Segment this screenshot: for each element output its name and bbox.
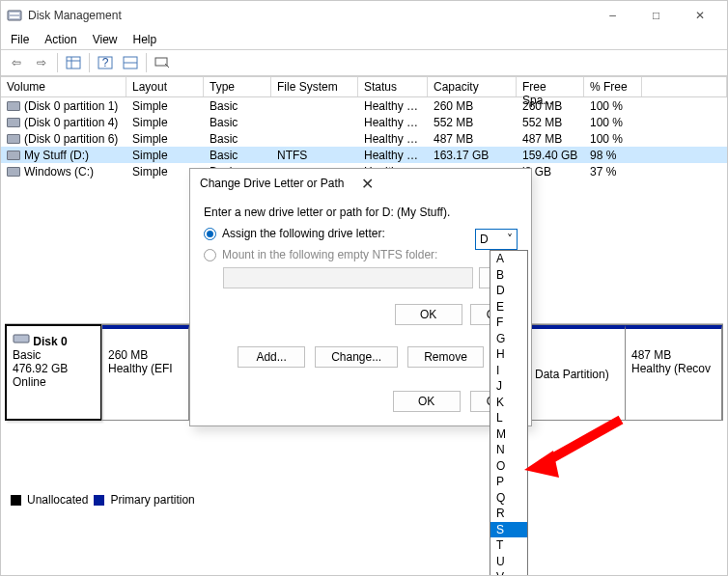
- letter-option[interactable]: H: [490, 346, 527, 363]
- drive-letter-dropdown[interactable]: ABDEFGHIJKLMNOPQRSTUVWXYZ: [490, 250, 528, 576]
- col-spare: [642, 77, 727, 96]
- dialog-title: Change Drive Letter or Path: [200, 177, 361, 190]
- volume-row[interactable]: My Stuff (D:)SimpleBasicNTFSHealthy (B..…: [1, 147, 727, 163]
- change-drive-letter-dialog: Change Drive Letter or Path ✕ Enter a ne…: [189, 168, 532, 426]
- col-layout[interactable]: Layout: [126, 77, 204, 96]
- menu-file[interactable]: File: [11, 33, 29, 46]
- settings-icon[interactable]: [151, 52, 174, 73]
- ok-button[interactable]: OK: [393, 391, 461, 412]
- menu-action[interactable]: Action: [44, 33, 76, 46]
- svg-rect-0: [8, 11, 21, 20]
- radio-off-icon: [204, 249, 216, 261]
- layout-icon[interactable]: [119, 52, 142, 73]
- letter-option[interactable]: M: [490, 426, 527, 443]
- drive-letter-select[interactable]: D ˅: [475, 229, 518, 250]
- partition[interactable]: 487 MB Healthy (Recov: [626, 325, 722, 420]
- partition[interactable]: 260 MB Healthy (EFI: [102, 325, 189, 420]
- disk-info[interactable]: Disk 0 Basic 476.92 GB Online: [5, 324, 101, 421]
- col-freespace[interactable]: Free Spa...: [517, 77, 584, 96]
- maximize-button[interactable]: □: [634, 1, 678, 30]
- separator: [146, 53, 147, 72]
- letter-option[interactable]: S: [490, 522, 527, 538]
- letter-option[interactable]: P: [490, 474, 527, 490]
- col-volume[interactable]: Volume: [1, 77, 126, 96]
- volume-row[interactable]: (Disk 0 partition 6)SimpleBasicHealthy (…: [1, 130, 727, 147]
- svg-rect-2: [10, 16, 19, 18]
- svg-rect-1: [10, 13, 19, 14]
- forward-icon[interactable]: ⇨: [30, 52, 53, 73]
- separator: [57, 53, 58, 72]
- view-icon[interactable]: [62, 52, 85, 73]
- radio-mount-folder[interactable]: Mount in the following empty NTFS folder…: [204, 248, 518, 261]
- help-icon[interactable]: ?: [94, 52, 117, 73]
- letter-option[interactable]: G: [490, 331, 527, 347]
- col-capacity[interactable]: Capacity: [428, 77, 517, 96]
- legend: Unallocated Primary partition: [11, 493, 195, 507]
- letter-option[interactable]: J: [490, 378, 527, 395]
- back-icon[interactable]: ⇦: [5, 52, 28, 73]
- legend-swatch-unallocated: [11, 495, 21, 506]
- separator: [89, 53, 90, 72]
- letter-option[interactable]: L: [490, 410, 527, 426]
- menu-help[interactable]: Help: [133, 33, 157, 46]
- menu-view[interactable]: View: [93, 33, 118, 46]
- disk-type: Basic: [13, 348, 41, 362]
- window-title: Disk Management: [28, 9, 591, 22]
- letter-option[interactable]: U: [490, 554, 527, 570]
- letter-option[interactable]: A: [490, 251, 527, 267]
- letter-option[interactable]: B: [490, 267, 527, 284]
- letter-option[interactable]: D: [490, 283, 527, 299]
- close-icon[interactable]: ✕: [361, 175, 522, 193]
- add-button[interactable]: Add...: [238, 346, 305, 368]
- legend-swatch-primary: [94, 495, 104, 506]
- disk-state: Online: [13, 375, 46, 389]
- letter-option[interactable]: T: [490, 537, 527, 554]
- titlebar: Disk Management – □ ✕: [1, 1, 727, 30]
- col-status[interactable]: Status: [358, 77, 428, 96]
- svg-rect-3: [67, 57, 80, 69]
- remove-button[interactable]: Remove: [407, 346, 484, 368]
- partition-extra[interactable]: Data Partition): [529, 325, 626, 420]
- letter-option[interactable]: R: [490, 506, 527, 522]
- letter-option[interactable]: E: [490, 299, 527, 315]
- radio-on-icon: [204, 228, 216, 240]
- disk-size: 476.92 GB: [13, 362, 68, 375]
- minimize-button[interactable]: –: [591, 1, 634, 30]
- letter-option[interactable]: I: [490, 363, 527, 379]
- chevron-down-icon: ˅: [507, 233, 513, 246]
- inner-ok-button[interactable]: OK: [395, 304, 462, 325]
- col-filesystem[interactable]: File System: [271, 77, 358, 96]
- letter-option[interactable]: Q: [490, 490, 527, 507]
- toolbar: ⇦ ⇨ ?: [1, 49, 727, 76]
- change-button[interactable]: Change...: [315, 346, 398, 368]
- dialog-prompt: Enter a new drive letter or path for D: …: [204, 206, 518, 219]
- col-type[interactable]: Type: [204, 77, 271, 96]
- radio-assign-letter[interactable]: Assign the following drive letter:: [204, 227, 518, 240]
- disk-icon: [13, 332, 30, 345]
- disk-mgmt-icon: [7, 8, 22, 23]
- letter-option[interactable]: K: [490, 395, 527, 411]
- svg-text:?: ?: [102, 56, 109, 69]
- mount-folder-field: [223, 267, 473, 288]
- col-pctfree[interactable]: % Free: [584, 77, 642, 96]
- letter-option[interactable]: V: [490, 569, 527, 576]
- volume-row[interactable]: (Disk 0 partition 1)SimpleBasicHealthy (…: [1, 97, 727, 114]
- letter-option[interactable]: F: [490, 315, 527, 331]
- volume-row[interactable]: (Disk 0 partition 4)SimpleBasicHealthy (…: [1, 114, 727, 130]
- svg-rect-11: [14, 335, 29, 343]
- menubar: File Action View Help: [1, 30, 727, 49]
- letter-option[interactable]: O: [490, 458, 527, 475]
- disk-title: Disk 0: [33, 335, 67, 348]
- letter-option[interactable]: N: [490, 442, 527, 458]
- close-button[interactable]: ✕: [678, 1, 721, 30]
- volume-list-header: Volume Layout Type File System Status Ca…: [1, 76, 727, 97]
